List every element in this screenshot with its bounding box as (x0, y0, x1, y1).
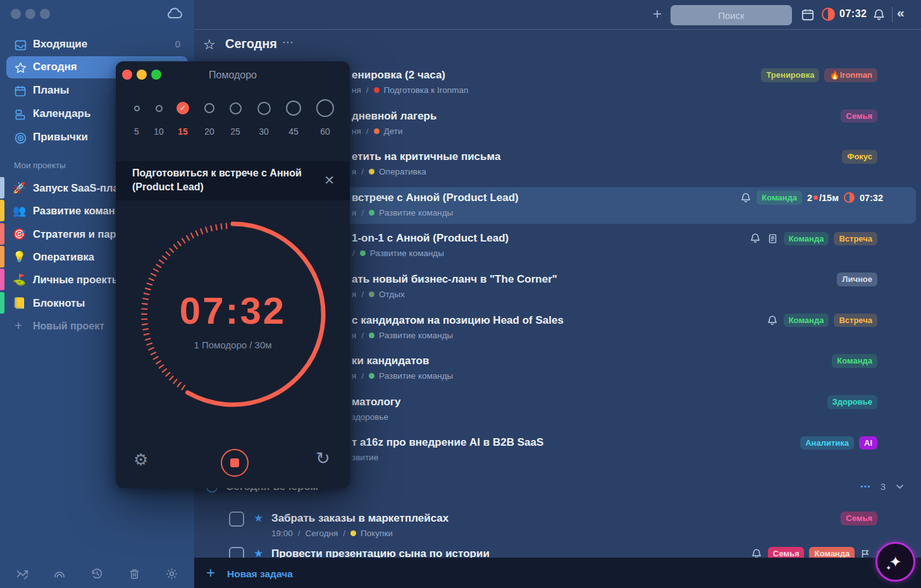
preset-label[interactable]: 45 (281, 126, 306, 137)
preset-10-min[interactable] (156, 105, 163, 112)
ai-assistant-button[interactable]: ✦ ✦ (875, 542, 915, 582)
preset-45-min[interactable] (286, 101, 301, 116)
add-button[interactable]: + (649, 4, 665, 24)
meta-separator: / (342, 529, 346, 538)
trash-icon[interactable] (127, 566, 142, 581)
project-color-strip (0, 177, 4, 199)
task-meta: ня/Дети (352, 126, 402, 136)
item-count: 0 (175, 39, 180, 49)
window-dot-2[interactable] (25, 9, 35, 19)
tag-pill[interactable]: 🔥Ironman (824, 68, 877, 82)
bell-icon[interactable] (750, 233, 762, 245)
meta-text: 19:00 (271, 529, 293, 538)
tag-pill[interactable]: Команда (832, 354, 877, 368)
meta-separator: / (297, 529, 301, 538)
tag-pill[interactable]: Тренировка (761, 68, 819, 82)
tag-pill[interactable]: AI (859, 436, 877, 450)
tag-pill[interactable]: Команда (784, 232, 829, 246)
preset-label[interactable]: 30 (251, 126, 276, 137)
preset-label[interactable]: 25 (223, 126, 248, 137)
project-color-dot (374, 128, 380, 134)
meta-text: я (352, 208, 356, 217)
pomodoro-task-title: Подготовиться к встрече с Анной (Product… (132, 166, 313, 193)
tag-pill[interactable]: Личное (837, 273, 877, 286)
tag-pill[interactable]: Встреча (834, 232, 877, 246)
project-label: Оперативка (33, 251, 94, 263)
task-meta: я/Оперативка (352, 167, 426, 176)
task-meta: 19:00/Сегодня/Покупки (271, 529, 393, 538)
tag-pill[interactable]: Команда (757, 191, 802, 205)
tag-pill[interactable]: Фокус (842, 150, 877, 164)
tag-pill[interactable]: Аналитика (800, 436, 854, 450)
preset-25-min[interactable] (230, 102, 242, 114)
habits-icon (13, 131, 27, 145)
meta-separator: / (361, 167, 364, 176)
arc-icon[interactable] (52, 566, 67, 581)
shuffle-icon[interactable] (15, 566, 30, 581)
pomodoro-title: Помодоро (116, 70, 350, 81)
history-icon[interactable] (89, 566, 104, 581)
sync-cloud-icon[interactable] (166, 6, 183, 23)
bell-icon[interactable] (739, 192, 751, 204)
task-title: ать новый бизнес-ланч в "The Corner" (352, 273, 557, 286)
meta-text: Развитие команды (379, 371, 453, 381)
window-dot-3[interactable] (40, 9, 50, 19)
pomodoro-timer-icon[interactable] (822, 8, 835, 21)
meta-separator: / (361, 290, 364, 299)
preset-5-min[interactable] (134, 106, 140, 111)
pomodoro-timer-icon (844, 192, 855, 203)
preset-20-min[interactable] (204, 103, 214, 113)
window-dot-1[interactable] (11, 9, 21, 19)
preset-label[interactable]: 10 (146, 126, 171, 137)
task-meta: здоровье (352, 412, 388, 422)
list-menu-icon[interactable]: ⋯ (282, 35, 295, 49)
task-priority-star-icon[interactable]: ★ (254, 511, 263, 525)
task-meta: я/Отдых (352, 290, 405, 299)
sidebar-item-label: Сегодня (33, 61, 77, 73)
meta-text: я (352, 371, 356, 381)
preset-label[interactable]: 5 (124, 126, 149, 137)
reset-button[interactable]: ↺ (316, 448, 330, 469)
pomodoro-settings-gear-icon[interactable]: ⚙ (133, 450, 148, 470)
sidebar-item-label: Календарь (33, 107, 90, 120)
tag-pill[interactable]: Семья (841, 109, 877, 123)
task-right-cluster: АналитикаAI (800, 434, 877, 451)
task-right-cluster: КомандаВстреча (750, 230, 877, 247)
collapse-panel-icon[interactable]: « (897, 5, 905, 20)
tag-pill[interactable]: Команда (784, 314, 829, 328)
tag-pill[interactable]: Встреча (834, 314, 877, 328)
preset-15-min[interactable]: ✓ (176, 102, 189, 114)
note-icon[interactable] (767, 233, 779, 245)
bell-icon[interactable] (767, 314, 779, 326)
topbar-timer-value[interactable]: 07:32 (839, 8, 867, 20)
board-icon (13, 107, 27, 121)
section-menu-icon[interactable]: ⋯ (860, 481, 871, 493)
new-task-plus-icon[interactable]: + (206, 564, 215, 582)
preset-label[interactable]: 60 (312, 126, 338, 137)
sidebar-item-Входящие[interactable]: Входящие0 (0, 33, 194, 56)
new-task-button[interactable]: Новая задача (227, 568, 293, 580)
calendar-icon[interactable] (800, 6, 816, 23)
search-input[interactable] (671, 5, 792, 25)
tag-pill[interactable]: Здоровье (827, 395, 877, 409)
preset-60-min[interactable] (316, 99, 334, 117)
preset-label[interactable]: 15 (170, 126, 195, 137)
topbar-divider (194, 29, 921, 30)
task-row[interactable]: ★Забрать заказы в маркетплейсах19:00/Сег… (194, 508, 921, 544)
task-checkbox[interactable] (229, 511, 244, 527)
project-emoji-icon: 💡 (13, 250, 26, 264)
preset-label[interactable]: 20 (197, 126, 222, 137)
task-title: енировка (2 часа) (352, 69, 445, 82)
close-icon[interactable]: ✕ (324, 173, 335, 188)
project-emoji-icon: ⛳ (13, 273, 26, 286)
preset-30-min[interactable] (257, 102, 271, 115)
project-emoji-icon: 🚀 (13, 181, 26, 195)
notifications-bell-icon[interactable] (870, 6, 887, 23)
gear-icon[interactable] (164, 566, 179, 581)
chevron-down-icon[interactable] (895, 482, 905, 491)
tag-pill[interactable]: Семья (841, 511, 877, 525)
stop-button[interactable] (221, 449, 249, 477)
meta-text: Подготовка к Ironman (384, 85, 469, 95)
inbox-icon (13, 38, 27, 52)
list-star-icon: ☆ (203, 37, 216, 53)
